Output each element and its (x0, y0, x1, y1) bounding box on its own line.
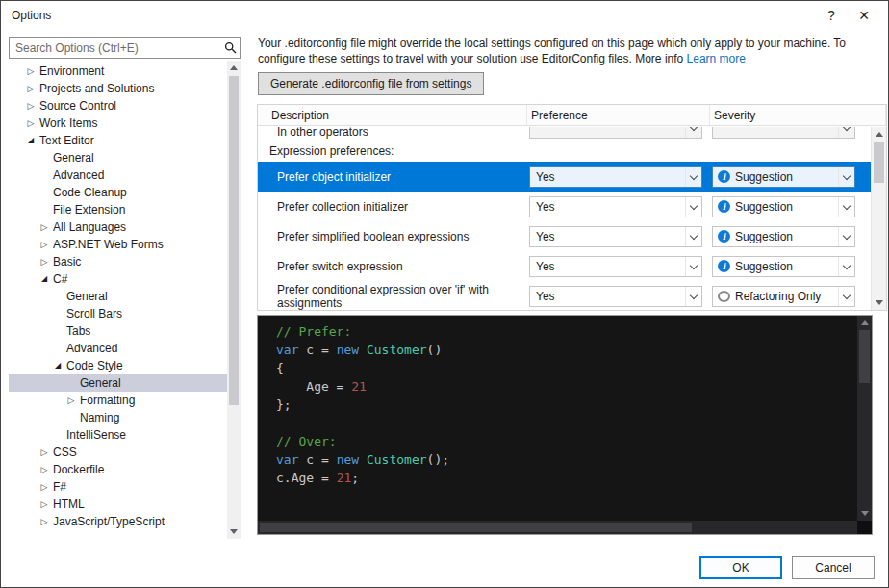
grid-row-prefer-conditional-expression-over-if-with[interactable]: Prefer conditional expression over 'if' … (258, 281, 871, 311)
scroll-up-button[interactable] (872, 127, 886, 141)
tree-item-asp-net-web-forms[interactable]: ▷ASP.NET Web Forms (9, 236, 227, 253)
expand-arrow-icon[interactable]: ▷ (24, 115, 38, 132)
grid-scrollbar[interactable] (871, 127, 886, 310)
preference-dropdown[interactable] (529, 127, 702, 139)
tree-item-basic[interactable]: ▷Basic (9, 253, 227, 270)
tree-item-f#[interactable]: ▷F# (9, 478, 227, 496)
grid-row-prefer-simplified-boolean-expressions[interactable]: Prefer simplified boolean expressionsYes… (258, 221, 871, 251)
tree-item-work-items[interactable]: ▷Work Items (9, 115, 227, 132)
tree-item-advanced[interactable]: Advanced (9, 166, 227, 184)
tree-item-scroll-bars[interactable]: Scroll Bars (9, 305, 227, 322)
collapse-arrow-icon[interactable]: ◢ (51, 357, 64, 374)
row-description: Prefer collection initializer (258, 200, 527, 214)
grid-rows: Prefer object initializerYesiSuggestionP… (258, 162, 871, 311)
expand-arrow-icon[interactable]: ▷ (24, 63, 38, 80)
title-bar[interactable]: Options ? ✕ (1, 1, 888, 30)
preview-horizontal-scrollbar[interactable] (258, 521, 857, 534)
tree-item-c#[interactable]: ◢C# (9, 270, 227, 288)
tree-item-label: Source Control (39, 97, 116, 115)
chevron-down-icon (838, 227, 854, 246)
chevron-down-icon (685, 197, 701, 217)
expand-arrow-icon[interactable]: ▷ (38, 444, 51, 461)
scroll-down-button[interactable] (227, 524, 241, 539)
tree-item-code-style[interactable]: ◢Code Style (9, 357, 227, 374)
severity-dropdown[interactable]: iSuggestion (712, 256, 855, 277)
severity-dropdown[interactable]: Refactoring Only (712, 286, 855, 307)
expand-arrow-icon[interactable]: ▷ (24, 97, 38, 115)
grid-scrollbar-thumb[interactable] (874, 142, 884, 183)
tree-item-environment[interactable]: ▷Environment (9, 63, 227, 80)
code-line: var c = new Customer() (276, 341, 857, 359)
code-token: Customer (367, 343, 427, 357)
tree-item-label: C# (53, 270, 67, 288)
expand-arrow-icon[interactable]: ▷ (38, 496, 51, 513)
tree-item-text-editor[interactable]: ◢Text Editor (9, 132, 227, 149)
grid-row-clipped[interactable]: In other operators (258, 127, 871, 141)
help-button[interactable]: ? (815, 2, 848, 30)
scroll-down-button[interactable] (872, 295, 886, 310)
generate-editorconfig-button[interactable]: Generate .editorconfig file from setting… (258, 72, 484, 95)
scroll-up-button[interactable] (227, 61, 241, 75)
grid-row-prefer-collection-initializer[interactable]: Prefer collection initializerYesiSuggest… (258, 192, 871, 221)
dropdown-value: Yes (530, 260, 685, 273)
severity-dropdown[interactable]: iSuggestion (712, 196, 855, 217)
severity-dropdown[interactable] (712, 127, 855, 139)
tree-item-label: Formatting (80, 392, 135, 409)
tree-item-file-extension[interactable]: File Extension (9, 201, 227, 218)
tree-item-naming[interactable]: Naming (9, 409, 227, 426)
refactoring-only-icon (718, 291, 730, 302)
tree-item-code-cleanup[interactable]: Code Cleanup (9, 184, 227, 201)
tree-item-advanced[interactable]: Advanced (9, 340, 227, 357)
code-preview-text: // Prefer:var c = new Customer(){ Age = … (258, 316, 857, 521)
expand-arrow-icon[interactable]: ▷ (38, 513, 51, 530)
preference-dropdown[interactable]: Yes (529, 286, 702, 307)
collapse-arrow-icon[interactable]: ◢ (24, 132, 38, 149)
tree-item-general[interactable]: General (9, 374, 227, 392)
scroll-down-button[interactable] (857, 506, 872, 521)
tree-item-html[interactable]: ▷HTML (9, 496, 227, 513)
severity-dropdown[interactable]: iSuggestion (712, 226, 855, 247)
preview-vertical-scrollbar[interactable] (857, 316, 872, 521)
expand-arrow-icon[interactable]: ▷ (64, 392, 78, 409)
expand-arrow-icon[interactable]: ▷ (38, 218, 51, 236)
expand-arrow-icon[interactable]: ▷ (38, 253, 51, 270)
preference-dropdown[interactable]: Yes (529, 166, 702, 188)
tree-item-general[interactable]: General (9, 149, 227, 166)
tree-item-intellisense[interactable]: IntelliSense (9, 426, 227, 444)
tree-scrollbar-thumb[interactable] (229, 76, 239, 405)
close-button[interactable]: ✕ (848, 2, 880, 30)
tree-item-javascript-typescript[interactable]: ▷JavaScript/TypeScript (9, 513, 227, 530)
expand-arrow-icon[interactable]: ▷ (38, 236, 51, 253)
expand-arrow-icon[interactable]: ▷ (38, 461, 51, 478)
tree-item-dockerfile[interactable]: ▷Dockerfile (9, 461, 227, 478)
info-icon: i (718, 230, 730, 243)
scroll-up-button[interactable] (857, 316, 872, 330)
preference-dropdown[interactable]: Yes (529, 256, 702, 277)
preference-cell: Yes (527, 166, 710, 188)
expand-arrow-icon[interactable]: ▷ (24, 80, 38, 97)
tree-item-label: CSS (53, 444, 77, 461)
preview-hscroll-thumb[interactable] (260, 523, 692, 532)
severity-cell: iSuggestion (710, 166, 857, 188)
learn-more-link[interactable]: Learn more (687, 52, 746, 65)
search-icon[interactable] (220, 41, 240, 54)
tree-item-general[interactable]: General (9, 288, 227, 305)
grid-row-prefer-switch-expression[interactable]: Prefer switch expressionYesiSuggestion (258, 251, 871, 281)
tree-item-all-languages[interactable]: ▷All Languages (9, 218, 227, 236)
preview-vscroll-thumb[interactable] (859, 330, 870, 383)
tree-scrollbar[interactable] (227, 61, 241, 539)
tree-item-projects-and-solutions[interactable]: ▷Projects and Solutions (9, 80, 227, 97)
expand-arrow-icon[interactable]: ▷ (38, 478, 51, 496)
tree-item-formatting[interactable]: ▷Formatting (9, 392, 227, 409)
cancel-button[interactable]: Cancel (792, 556, 875, 579)
preference-dropdown[interactable]: Yes (529, 196, 702, 217)
tree-item-source-control[interactable]: ▷Source Control (9, 97, 227, 115)
search-input[interactable] (10, 38, 220, 58)
tree-item-css[interactable]: ▷CSS (9, 444, 227, 461)
ok-button[interactable]: OK (699, 556, 782, 579)
collapse-arrow-icon[interactable]: ◢ (38, 270, 51, 288)
grid-row-prefer-object-initializer[interactable]: Prefer object initializerYesiSuggestion (258, 162, 871, 192)
severity-dropdown[interactable]: iSuggestion (712, 166, 855, 188)
preference-dropdown[interactable]: Yes (529, 226, 702, 247)
tree-item-tabs[interactable]: Tabs (9, 322, 227, 340)
